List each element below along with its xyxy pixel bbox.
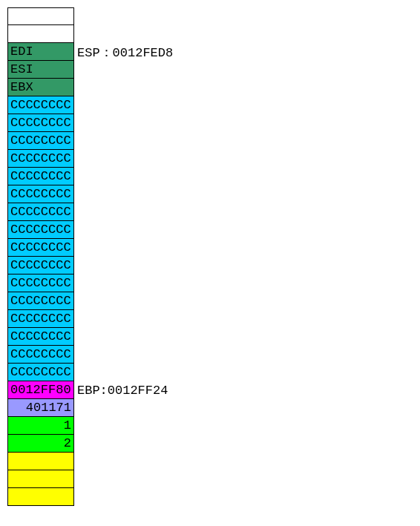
stack-cell: CCCCCCCC bbox=[7, 185, 74, 203]
stack-cell: CCCCCCCC bbox=[7, 239, 74, 257]
stack-cell bbox=[7, 470, 74, 488]
stack-row: CCCCCCCC bbox=[7, 346, 413, 364]
stack-row bbox=[7, 488, 413, 506]
stack-row: CCCCCCCC bbox=[7, 239, 413, 257]
stack-cell: 0012FF80 bbox=[7, 381, 74, 399]
stack-cell: 2 bbox=[7, 435, 74, 453]
stack-cell: CCCCCCCC bbox=[7, 328, 74, 346]
stack-row: CCCCCCCC bbox=[7, 114, 413, 132]
stack-row: CCCCCCCC bbox=[7, 310, 413, 328]
stack-row bbox=[7, 25, 413, 43]
stack-row bbox=[7, 453, 413, 470]
stack-cell bbox=[7, 25, 74, 43]
stack-cell: CCCCCCCC bbox=[7, 257, 74, 274]
stack-cell: CCCCCCCC bbox=[7, 274, 74, 292]
stack-cell: CCCCCCCC bbox=[7, 96, 74, 114]
stack-annotation: ESP：0012FED8 bbox=[74, 43, 173, 61]
stack-cell: CCCCCCCC bbox=[7, 114, 74, 132]
stack-cell bbox=[7, 453, 74, 470]
stack-cell: CCCCCCCC bbox=[7, 203, 74, 221]
stack-row: 0012FF80EBP:0012FF24 bbox=[7, 381, 413, 399]
stack-cell: CCCCCCCC bbox=[7, 132, 74, 150]
stack-row: CCCCCCCC bbox=[7, 364, 413, 381]
stack-row: ESI bbox=[7, 61, 413, 79]
stack-row: 2 bbox=[7, 435, 413, 453]
stack-cell: CCCCCCCC bbox=[7, 310, 74, 328]
stack-row bbox=[7, 470, 413, 488]
stack-cell: ESI bbox=[7, 61, 74, 79]
stack-annotation: EBP:0012FF24 bbox=[74, 381, 168, 399]
stack-cell: CCCCCCCC bbox=[7, 346, 74, 364]
stack-row: EBX bbox=[7, 79, 413, 96]
stack-row: CCCCCCCC bbox=[7, 257, 413, 274]
stack-cell: 401171 bbox=[7, 399, 74, 417]
stack-row: CCCCCCCC bbox=[7, 168, 413, 185]
stack-row: CCCCCCCC bbox=[7, 150, 413, 168]
stack-row: 401171 bbox=[7, 399, 413, 417]
stack-row: CCCCCCCC bbox=[7, 203, 413, 221]
stack-row bbox=[7, 7, 413, 25]
stack-cell: 1 bbox=[7, 417, 74, 435]
stack-row: CCCCCCCC bbox=[7, 96, 413, 114]
stack-row: CCCCCCCC bbox=[7, 221, 413, 239]
stack-cell bbox=[7, 7, 74, 25]
stack-diagram: EDIESP：0012FED8ESIEBXCCCCCCCCCCCCCCCCCCC… bbox=[7, 7, 413, 506]
stack-row: 1 bbox=[7, 417, 413, 435]
stack-row: CCCCCCCC bbox=[7, 292, 413, 310]
stack-row: CCCCCCCC bbox=[7, 328, 413, 346]
stack-cell bbox=[7, 488, 74, 506]
stack-cell: EDI bbox=[7, 43, 74, 61]
stack-cell: CCCCCCCC bbox=[7, 221, 74, 239]
stack-cell: CCCCCCCC bbox=[7, 364, 74, 381]
stack-cell: CCCCCCCC bbox=[7, 292, 74, 310]
stack-cell: CCCCCCCC bbox=[7, 168, 74, 185]
stack-row: EDIESP：0012FED8 bbox=[7, 43, 413, 61]
stack-row: CCCCCCCC bbox=[7, 185, 413, 203]
stack-row: CCCCCCCC bbox=[7, 132, 413, 150]
stack-row: CCCCCCCC bbox=[7, 274, 413, 292]
stack-cell: EBX bbox=[7, 79, 74, 96]
stack-cell: CCCCCCCC bbox=[7, 150, 74, 168]
